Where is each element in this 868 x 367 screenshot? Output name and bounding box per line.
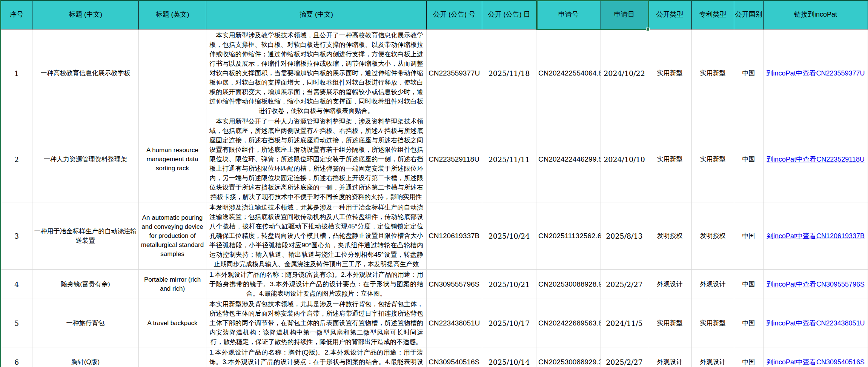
cell-patent-type[interactable]: 发明授权 (692, 202, 734, 270)
cell-pub-date[interactable]: 2025/10/21 (482, 270, 536, 299)
cell-incopat-link: 到incoPat中查看CN223559377U (764, 30, 868, 116)
incopat-link[interactable]: 到incoPat中查看CN223529118U (767, 156, 865, 163)
cell-pub-number[interactable]: CN309540516S (427, 347, 482, 367)
selection-fill-handle[interactable] (646, 28, 650, 31)
cell-country[interactable]: 中国 (734, 30, 764, 116)
cell-index[interactable]: 2 (1, 116, 32, 202)
cell-pub-date[interactable]: 2025/11/18 (482, 30, 536, 116)
cell-app-date[interactable]: 2024/10/22 (601, 30, 648, 116)
col-header-index[interactable]: 序号 (1, 0, 32, 30)
col-header-abstract-zh[interactable]: 摘要 (中文) (206, 0, 427, 30)
cell-title-zh[interactable]: 一种用于冶金标样生产的自动浇注输送装置 (32, 202, 139, 270)
cell-incopat-link: 到incoPat中查看CN309540516S (764, 347, 868, 367)
col-header-app-date[interactable]: 申请日 (601, 0, 648, 30)
cell-title-en[interactable]: An automatic pouring and conveying devic… (139, 202, 206, 270)
cell-title-zh[interactable]: 胸针(Q版) (32, 347, 139, 367)
table-row: 5 一种旅行背包 A travel backpack 本实用新型涉及背包技术领域… (1, 299, 868, 347)
cell-pub-type[interactable]: 发明授权 (648, 202, 692, 270)
cell-pub-date[interactable]: 2025/11/11 (482, 116, 536, 202)
cell-abstract-zh[interactable]: 1.本外观设计产品的名称：随身镜(富贵有余)。2.本外观设计产品的用途：用于随身… (206, 270, 427, 299)
cell-pub-type[interactable]: 实用新型 (648, 116, 692, 202)
cell-title-en[interactable] (139, 30, 206, 116)
cell-patent-type[interactable]: 实用新型 (692, 30, 734, 116)
cell-abstract-zh[interactable]: 本实用新型公开了一种人力资源管理资料整理架，涉及资料整理架技术领域，包括底座，所… (206, 116, 427, 202)
cell-abstract-zh[interactable]: 本实用新型涉及教学板技术领域，且公开了一种高校教育信息化展示教学板，包括支撑框、… (206, 30, 427, 116)
col-header-pub-type[interactable]: 公开类型 (648, 0, 692, 30)
cell-title-zh[interactable]: 一种人力资源管理资料整理架 (32, 116, 139, 202)
cell-index[interactable]: 1 (1, 30, 32, 116)
cell-app-number[interactable]: CN202422689563.8 (536, 299, 601, 347)
cell-pub-date[interactable]: 2025/10/24 (482, 202, 536, 270)
cell-app-number[interactable]: CN202530088929.3 (536, 347, 601, 367)
cell-app-date[interactable]: 2024/10/10 (601, 116, 648, 202)
incopat-link[interactable]: 到incoPat中查看CN223438051U (766, 319, 865, 327)
table-row: 4 随身镜(富贵有余) Portable mirror (rich and ri… (1, 270, 868, 299)
cell-app-date[interactable]: 2025/2/27 (601, 347, 648, 367)
cell-incopat-link: 到incoPat中查看CN223529118U (764, 116, 868, 202)
cell-abstract-zh[interactable]: 本发明涉及浇注输送技术领域，尤其是涉及一种用于冶金标样生产的自动浇注输送装置；包… (206, 202, 427, 270)
table-row: 3 一种用于冶金标样生产的自动浇注输送装置 An automatic pouri… (1, 202, 868, 270)
cell-country[interactable]: 中国 (734, 116, 764, 202)
col-header-pub-number[interactable]: 公开 (公告) 号 (427, 0, 482, 30)
cell-incopat-link: 到incoPat中查看CN309555796S (764, 270, 868, 299)
col-header-country[interactable]: 公开国别 (734, 0, 764, 30)
window-left-edge (0, 0, 1, 367)
cell-country[interactable]: 中国 (734, 202, 764, 270)
cell-app-date[interactable]: 2025/8/13 (601, 202, 648, 270)
cell-country[interactable]: 中国 (734, 299, 764, 347)
cell-pub-number[interactable]: CN223438051U (427, 299, 482, 347)
cell-pub-date[interactable]: 2025/10/14 (482, 347, 536, 367)
table-row: 1 一种高校教育信息化展示教学板 本实用新型涉及教学板技术领域，且公开了一种高校… (1, 30, 868, 116)
patent-table: 序号 标题 (中文) 标题 (英文) 摘要 (中文) 公开 (公告) 号 公开 … (1, 0, 868, 367)
cell-abstract-zh[interactable]: 本实用新型涉及背包技术领域，尤其是涉及一种旅行背包，包括背包主体，所述背包主体的… (206, 299, 427, 347)
cell-pub-type[interactable]: 外观设计 (648, 270, 692, 299)
cell-pub-number[interactable]: CN309555796S (427, 270, 482, 299)
cell-abstract-zh[interactable]: 1.本外观设计产品的名称：胸针(Q版)。2.本外观设计产品的用途：用于装饰。3.… (206, 347, 427, 367)
cell-pub-type[interactable]: 实用新型 (648, 299, 692, 347)
incopat-link[interactable]: 到incoPat中查看CN223559377U (766, 69, 865, 77)
cell-index[interactable]: 3 (1, 202, 32, 270)
incopat-link[interactable]: 到incoPat中查看CN309555796S (767, 281, 865, 288)
cell-patent-type[interactable]: 实用新型 (692, 116, 734, 202)
cell-app-number[interactable]: CN202422446299.5 (536, 116, 601, 202)
cell-title-en[interactable]: A travel backpack (139, 299, 206, 347)
col-header-patent-type[interactable]: 专利类型 (692, 0, 734, 30)
cell-title-zh[interactable]: 一种旅行背包 (32, 299, 139, 347)
header-row: 序号 标题 (中文) 标题 (英文) 摘要 (中文) 公开 (公告) 号 公开 … (1, 0, 868, 30)
col-header-title-zh[interactable]: 标题 (中文) (32, 0, 139, 30)
cell-country[interactable]: 中国 (734, 347, 764, 367)
cell-app-date[interactable]: 2025/2/27 (601, 270, 648, 299)
cell-index[interactable]: 5 (1, 299, 32, 347)
cell-pub-date[interactable]: 2025/10/17 (482, 299, 536, 347)
cell-pub-number[interactable]: CN120619337B (427, 202, 482, 270)
incopat-link[interactable]: 到incoPat中查看CN120619337B (767, 232, 865, 240)
cell-title-en[interactable]: Portable mirror (rich and rich) (139, 270, 206, 299)
cell-index[interactable]: 6 (1, 347, 32, 367)
cell-app-date[interactable]: 2024/11/5 (601, 299, 648, 347)
incopat-link[interactable]: 到incoPat中查看CN309540516S (767, 358, 865, 366)
cell-title-zh[interactable]: 随身镜(富贵有余) (32, 270, 139, 299)
cell-incopat-link: 到incoPat中查看CN223438051U (764, 299, 868, 347)
col-header-title-en[interactable]: 标题 (英文) (139, 0, 206, 30)
cell-patent-type[interactable]: 外观设计 (692, 270, 734, 299)
cell-title-zh[interactable]: 一种高校教育信息化展示教学板 (32, 30, 139, 116)
cell-app-number[interactable]: CN202511132562.6 (536, 202, 601, 270)
cell-pub-type[interactable]: 实用新型 (648, 30, 692, 116)
cell-pub-number[interactable]: CN223559377U (427, 30, 482, 116)
cell-pub-type[interactable]: 外观设计 (648, 347, 692, 367)
cell-incopat-link: 到incoPat中查看CN120619337B (764, 202, 868, 270)
cell-app-number[interactable]: CN202530088928.9 (536, 270, 601, 299)
cell-country[interactable]: 中国 (734, 270, 764, 299)
cell-title-en[interactable]: A human resource management data sorting… (139, 116, 206, 202)
cell-patent-type[interactable]: 实用新型 (692, 299, 734, 347)
cell-app-number[interactable]: CN202422554064.8 (536, 30, 601, 116)
cell-patent-type[interactable]: 外观设计 (692, 347, 734, 367)
cell-title-en[interactable] (139, 347, 206, 367)
col-header-app-number[interactable]: 申请号 (536, 0, 601, 30)
col-header-incopat-link[interactable]: 链接到incoPat (764, 0, 868, 30)
window-top-edge (0, 0, 868, 1)
table-row: 2 一种人力资源管理资料整理架 A human resource managem… (1, 116, 868, 202)
col-header-pub-date[interactable]: 公开 (公告) 日 (482, 0, 536, 30)
cell-pub-number[interactable]: CN223529118U (427, 116, 482, 202)
cell-index[interactable]: 4 (1, 270, 32, 299)
